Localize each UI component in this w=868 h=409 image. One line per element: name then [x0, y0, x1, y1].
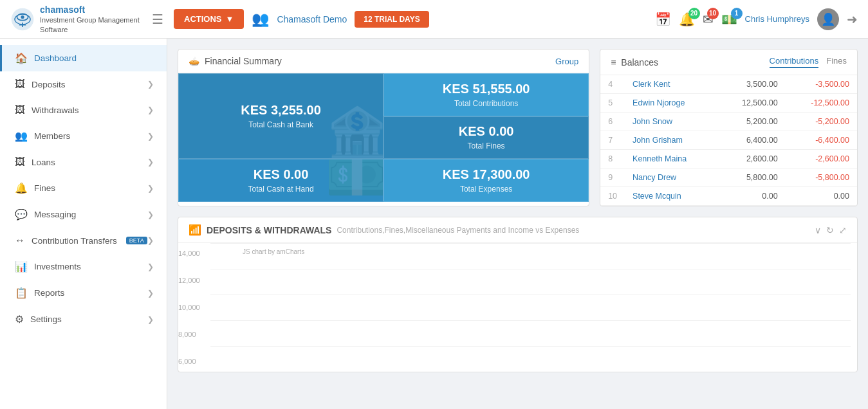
sidebar-label-fines: Fines	[34, 183, 55, 193]
sidebar-item-members[interactable]: 👥 Members ❯	[0, 123, 167, 149]
sidebar-label-settings: Settings	[30, 314, 62, 324]
sidebar-label-contribution-transfers: Contribution Transfers	[32, 236, 117, 246]
user-name[interactable]: Chris Humphreys	[745, 14, 809, 24]
chart-title: DEPOSITS & WITHDRAWALS	[207, 225, 331, 235]
member-name[interactable]: Clerk Kent	[625, 75, 717, 94]
refresh-icon[interactable]: ↻	[826, 225, 834, 235]
logo-name: chamasoft	[40, 4, 152, 15]
sidebar-label-dashboard: Dashboard	[34, 53, 77, 63]
cash-hand-label: Total Cash at Hand	[248, 185, 314, 194]
sidebar-label-members: Members	[34, 131, 70, 141]
chart-icon: 🥧	[189, 56, 199, 66]
row-num: 9	[600, 168, 625, 187]
logout-icon[interactable]: ➜	[847, 12, 858, 27]
member-balance: -3,500.00	[786, 75, 857, 94]
chart-card: 📶 DEPOSITS & WITHDRAWALS Contributions,F…	[178, 217, 858, 372]
sidebar-label-investments: Investments	[34, 262, 81, 271]
investments-icon: 📊	[15, 260, 28, 273]
table-row: 5 Edwin Njoroge 12,500.00 -12,500.00	[600, 94, 857, 113]
financial-summary-title: Financial Summary	[205, 56, 282, 66]
balances-title: Balances	[621, 57, 658, 68]
avatar[interactable]: 👤	[817, 8, 839, 30]
sidebar-item-withdrawals[interactable]: 🖼 Withdrawals ❯	[0, 97, 167, 123]
fin-cell-bank: KES 3,255.00 Total Cash at Bank 🏦	[178, 73, 383, 159]
row-num: 4	[600, 75, 625, 94]
chevron-down-icon[interactable]: ∨	[815, 225, 821, 235]
fines-label: Total Fines	[468, 141, 505, 150]
member-balance: -5,800.00	[786, 168, 857, 187]
member-name[interactable]: John Grisham	[625, 131, 717, 150]
member-balance: -12,500.00	[786, 94, 857, 113]
sidebar-item-reports[interactable]: 📋 Reports ❯	[0, 280, 167, 306]
svg-point-3	[21, 15, 24, 18]
chart-y-labels: 14,000 12,000 10,000 8,000 6,000	[178, 243, 204, 372]
settings-icon: ⚙	[15, 313, 24, 325]
home-icon: 🏠	[15, 52, 28, 64]
notifications-badge: 20	[688, 8, 700, 19]
money-nav[interactable]: 💵 1	[721, 12, 737, 27]
member-name[interactable]: Nancy Drew	[625, 168, 717, 187]
member-name[interactable]: Edwin Njoroge	[625, 94, 717, 113]
chevron-icon: ❯	[147, 262, 154, 271]
row-num: 10	[600, 187, 625, 206]
sidebar-item-investments[interactable]: 📊 Investments ❯	[0, 253, 167, 280]
hand-bg-icon: 💵	[325, 159, 383, 202]
cash-hand-amount: KES 0.00	[254, 167, 309, 182]
sidebar-item-loans[interactable]: 🖼 Loans ❯	[0, 149, 167, 175]
member-amount: 2,600.00	[717, 150, 786, 168]
tab-contributions[interactable]: Contributions	[770, 56, 819, 68]
calendar-nav[interactable]: 📅	[655, 12, 671, 27]
chart-bar-icon: 📶	[189, 224, 201, 236]
money-badge: 1	[731, 8, 743, 19]
chart-body: 14,000 12,000 10,000 8,000 6,000 JS char…	[178, 243, 857, 372]
sidebar-item-dashboard[interactable]: 🏠 Dashboard	[0, 45, 167, 71]
chevron-icon: ❯	[147, 184, 154, 193]
balances-header: ≡ Balances Contributions Fines	[600, 50, 857, 75]
member-name[interactable]: Kenneth Maina	[625, 150, 717, 168]
sidebar-label-loans: Loans	[32, 158, 55, 167]
member-balance: -2,600.00	[786, 150, 857, 168]
messaging-icon: 💬	[15, 208, 28, 221]
deposits-icon: 🖼	[15, 78, 25, 90]
fin-cell-expenses: KES 17,300.00 Total Expenses	[383, 159, 589, 202]
expenses-amount: KES 17,300.00	[443, 167, 530, 182]
member-name[interactable]: John Snow	[625, 113, 717, 131]
sidebar-label-withdrawals: Withdrawals	[32, 105, 79, 115]
header-right: 📅 🔔 20 ✉ 10 💵 1 Chris Humphreys 👤 ➜	[655, 8, 858, 30]
content-area: 🥧 Financial Summary Group KES 3,255.00 T…	[167, 39, 868, 409]
hamburger-button[interactable]: ☰	[152, 12, 163, 27]
tab-fines[interactable]: Fines	[826, 56, 847, 68]
chart-area: JS chart by amCharts	[210, 243, 851, 372]
chart-subtitle: Contributions,Fines,Miscellaneous Paymen…	[337, 226, 579, 235]
table-row: 8 Kenneth Maina 2,600.00 -2,600.00	[600, 150, 857, 168]
trial-badge[interactable]: 12 TRIAL DAYS	[355, 11, 429, 28]
sidebar-item-contribution-transfers[interactable]: ↔ Contribution Transfers BETA ❯	[0, 228, 167, 253]
sidebar-item-settings[interactable]: ⚙ Settings ❯	[0, 306, 167, 332]
notifications-nav[interactable]: 🔔 20	[679, 12, 695, 27]
fin-cell-contributions: KES 51,555.00 Total Contributions	[383, 73, 589, 116]
logo-area: chamasoft Investment Group Management So…	[10, 4, 152, 34]
member-amount: 12,500.00	[717, 94, 786, 113]
cash-bank-label: Total Cash at Bank	[248, 120, 313, 129]
financial-grid: KES 3,255.00 Total Cash at Bank 🏦 KES 51…	[178, 73, 589, 202]
fines-amount: KES 0.00	[459, 124, 514, 139]
expand-icon[interactable]: ⤢	[839, 225, 847, 235]
member-amount: 5,800.00	[717, 168, 786, 187]
row-num: 5	[600, 94, 625, 113]
member-name[interactable]: Steve Mcquin	[625, 187, 717, 206]
chart-header: 📶 DEPOSITS & WITHDRAWALS Contributions,F…	[178, 217, 857, 243]
sidebar-item-fines[interactable]: 🔔 Fines ❯	[0, 175, 167, 201]
actions-button[interactable]: ACTIONS ▼	[174, 9, 244, 29]
contributions-amount: KES 51,555.00	[443, 82, 530, 96]
group-tag[interactable]: Group	[555, 57, 578, 66]
table-row: 10 Steve Mcquin 0.00 0.00	[600, 187, 857, 206]
chevron-icon: ❯	[147, 132, 154, 141]
messages-nav[interactable]: ✉ 10	[703, 12, 714, 27]
financial-summary-header: 🥧 Financial Summary Group	[178, 50, 589, 73]
header: chamasoft Investment Group Management So…	[0, 0, 868, 39]
sidebar-label-deposits: Deposits	[32, 80, 66, 89]
sidebar-item-messaging[interactable]: 💬 Messaging ❯	[0, 201, 167, 228]
financial-summary-card: 🥧 Financial Summary Group KES 3,255.00 T…	[178, 49, 589, 206]
balances-menu-icon: ≡	[611, 57, 616, 68]
sidebar-item-deposits[interactable]: 🖼 Deposits ❯	[0, 71, 167, 97]
